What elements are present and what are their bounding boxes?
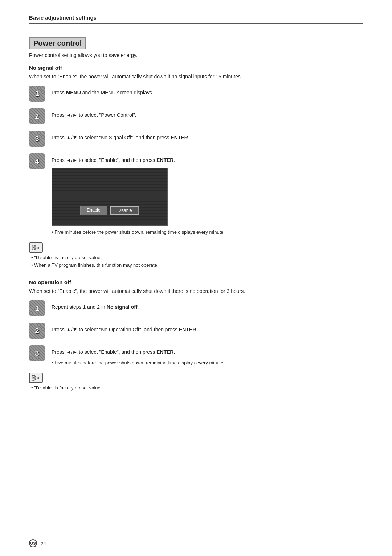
step-4-row: 4 Press ◄/► to select "Enable", and then… [29, 153, 363, 236]
svg-text:N: N [32, 376, 35, 380]
op-step-1-badge: 1 [29, 300, 45, 316]
menu-screenshot: Enable Disable [52, 168, 168, 226]
step-2-badge: 2 [29, 108, 45, 124]
step-3-text: Press ▲/▼ to select "No Signal Off", and… [52, 131, 189, 142]
note-2-item-1: "Disable" is factory preset value. [31, 384, 363, 392]
page-footer: US -24 [29, 539, 46, 547]
step-2-row: 2 Press ◄/► to select "Power Control". [29, 108, 363, 124]
step-1-badge: 1 [29, 86, 45, 102]
subtitle: Power control setting allows you to save… [29, 52, 363, 58]
page-container: Basic adjustment settings Power control … [29, 15, 363, 392]
note-1-item-1: "Disable" is factory preset value. [31, 254, 363, 262]
step-4-content: Press ◄/► to select "Enable", and then p… [52, 153, 225, 236]
step-4-badge: 4 [29, 153, 45, 169]
note-box-1: N OTE [29, 242, 363, 253]
op-step-3-row: 3 Press ◄/► to select "Enable", and then… [29, 345, 363, 366]
step-4-text: Press ◄/► to select "Enable", and then p… [52, 153, 225, 164]
note-1-item-2: When a TV program finishes, this functio… [31, 262, 363, 269]
op-step-3-text: Press ◄/► to select "Enable", and then p… [52, 345, 225, 356]
enable-button: Enable [80, 206, 107, 215]
power-control-title: Power control [29, 37, 86, 49]
op-step-3-badge: 3 [29, 345, 45, 361]
note-svg-icon: N OTE [32, 244, 40, 251]
svg-text:N: N [32, 246, 35, 250]
step-2-text: Press ◄/► to select "Power Control". [52, 108, 136, 119]
no-signal-off-section: No signal off When set to "Enable", the … [29, 65, 363, 269]
note-icon-1: N OTE [29, 242, 43, 253]
section-title: Basic adjustment settings [29, 15, 363, 24]
op-step-1-row: 1 Repeat steps 1 and 2 in No signal off. [29, 300, 363, 316]
no-operation-off-heading: No operation off [29, 279, 363, 285]
op-step-2-badge: 2 [29, 323, 45, 339]
step-4-bullet: Five minutes before the power shuts down… [52, 229, 225, 236]
op-step-1-text: Repeat steps 1 and 2 in No signal off. [52, 300, 139, 311]
step-3-row: 3 Press ▲/▼ to select "No Signal Off", a… [29, 131, 363, 147]
no-signal-off-heading: No signal off [29, 65, 363, 71]
footer-region-label: US [29, 539, 37, 547]
step-1-text: Press MENU and the MENU screen displays. [52, 86, 154, 97]
op-step-3-bullet: Five minutes before the power shuts down… [52, 359, 225, 367]
note-box-2: N OTE [29, 373, 363, 383]
section-divider [29, 26, 363, 26]
note-list-2: "Disable" is factory preset value. [31, 384, 363, 392]
no-operation-off-section: No operation off When set to "Enable", t… [29, 279, 363, 392]
svg-text:OTE: OTE [35, 376, 40, 380]
no-operation-off-desc: When set to "Enable", the power will aut… [29, 287, 363, 295]
screenshot-inner: Enable Disable [52, 168, 167, 225]
op-step-2-text: Press ▲/▼ to select "No Operation Off", … [52, 323, 197, 334]
op-step-3-content: Press ◄/► to select "Enable", and then p… [52, 345, 225, 366]
step-3-badge: 3 [29, 131, 45, 147]
no-signal-off-desc: When set to "Enable", the power will aut… [29, 73, 363, 81]
svg-text:OTE: OTE [35, 246, 40, 250]
disable-button: Disable [110, 206, 139, 215]
note-list-1: "Disable" is factory preset value. When … [31, 254, 363, 269]
note-icon-2: N OTE [29, 373, 43, 383]
op-step-2-row: 2 Press ▲/▼ to select "No Operation Off"… [29, 323, 363, 339]
step-1-row: 1 Press MENU and the MENU screen display… [29, 86, 363, 102]
footer-page-num: -24 [39, 541, 46, 546]
note-svg-icon-2: N OTE [32, 375, 40, 381]
